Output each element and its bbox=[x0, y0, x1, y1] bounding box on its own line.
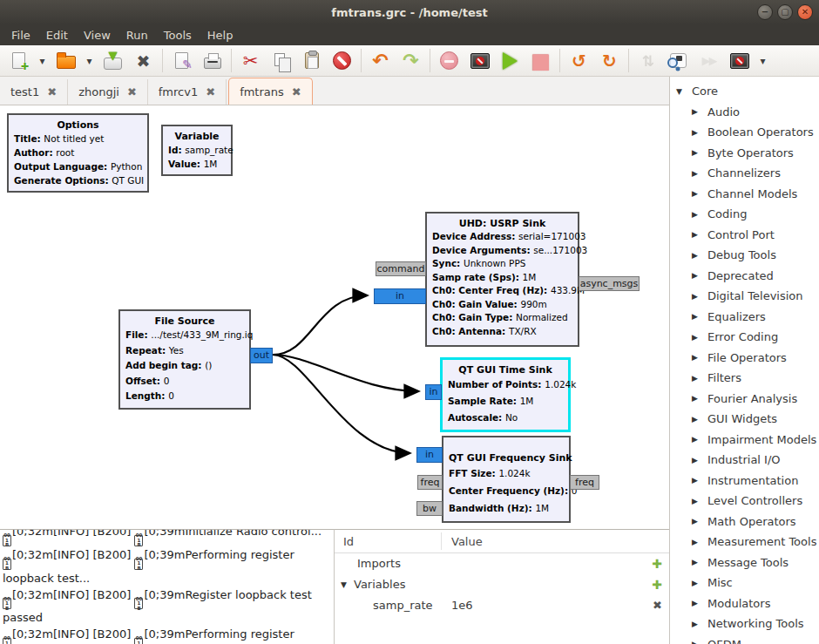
triangle-collapsed-icon[interactable]: ▶ bbox=[692, 579, 701, 587]
block-file-source[interactable]: File SourceFile: .../test/433_9M_ring.iq… bbox=[118, 309, 251, 410]
sidebar-item-instrumentation[interactable]: ▶Instrumentation bbox=[670, 471, 819, 491]
tab-test1[interactable]: test1✖ bbox=[0, 79, 68, 105]
sidebar-item-message-tools[interactable]: ▶Message Tools bbox=[670, 552, 819, 573]
sidebar-item-filters[interactable]: ▶Filters bbox=[670, 368, 819, 389]
port-in-left[interactable]: in bbox=[425, 384, 442, 400]
port-async_msgs-right[interactable]: async_msgs bbox=[579, 276, 640, 291]
print-button[interactable] bbox=[197, 47, 227, 75]
triangle-collapsed-icon[interactable]: ▶ bbox=[692, 128, 701, 137]
close-button[interactable]: ✕ bbox=[797, 4, 813, 20]
port-in-left[interactable]: in bbox=[374, 288, 426, 304]
sidebar-item-modulators[interactable]: ▶Modulators bbox=[670, 593, 819, 614]
find-block-button[interactable] bbox=[663, 47, 694, 75]
tab-zhongji[interactable]: zhongji✖ bbox=[68, 79, 148, 105]
sidebar-item-deprecated[interactable]: ▶Deprecated bbox=[670, 266, 819, 287]
tab-close-icon[interactable]: ✖ bbox=[292, 85, 301, 98]
sidebar-item-channelizers[interactable]: ▶Channelizers bbox=[670, 163, 819, 184]
port-freq-left[interactable]: freq bbox=[417, 475, 443, 490]
cut-button[interactable]: ✂ bbox=[235, 47, 266, 75]
menu-help[interactable]: Help bbox=[200, 27, 241, 44]
flowgraph-canvas[interactable]: OptionsTitle: Not titled yetAuthor: root… bbox=[0, 105, 669, 529]
close-flowgraph-button[interactable]: ✖ bbox=[128, 47, 159, 75]
sidebar-item-coding[interactable]: ▶Coding bbox=[670, 204, 819, 225]
sidebar-item-debug-tools[interactable]: ▶Debug Tools bbox=[670, 245, 819, 266]
screen-capture-button[interactable] bbox=[724, 47, 755, 75]
block-qt-gui-time-sink[interactable]: QT GUI Time SinkNumber of Points: 1.024k… bbox=[440, 357, 571, 432]
show-console-button[interactable] bbox=[464, 47, 495, 75]
connection-0[interactable] bbox=[273, 295, 368, 355]
triangle-collapsed-icon[interactable]: ▶ bbox=[692, 456, 701, 464]
execute-flowgraph-button[interactable] bbox=[495, 47, 525, 75]
add-icon[interactable]: ✚ bbox=[652, 574, 662, 595]
triangle-collapsed-icon[interactable]: ▶ bbox=[692, 599, 701, 607]
stop-flowgraph-button[interactable]: ■ bbox=[525, 47, 556, 75]
variable-row-imports[interactable]: Imports✚ bbox=[335, 553, 669, 574]
sidebar-item-networking-tools[interactable]: ▶Networking Tools bbox=[670, 613, 819, 634]
sidebar-item-audio[interactable]: ▶Audio bbox=[670, 102, 819, 123]
triangle-collapsed-icon[interactable]: ▶ bbox=[692, 210, 701, 219]
reload-blocks-button[interactable]: ↺ bbox=[564, 47, 594, 75]
title-bar[interactable]: fmtrans.grc - /home/test − ▢ ✕ bbox=[0, 0, 819, 24]
minimize-button[interactable]: − bbox=[757, 4, 773, 20]
connection-2[interactable] bbox=[273, 355, 410, 453]
triangle-collapsed-icon[interactable]: ▶ bbox=[692, 189, 701, 198]
add-icon[interactable]: ✚ bbox=[652, 553, 662, 574]
triangle-collapsed-icon[interactable]: ▶ bbox=[692, 292, 701, 301]
sidebar-item-control-port[interactable]: ▶Control Port bbox=[670, 225, 819, 246]
redo-button[interactable]: ↷ bbox=[396, 47, 426, 75]
triangle-collapsed-icon[interactable]: ▶ bbox=[692, 271, 701, 280]
sidebar-item-industrial-i-o[interactable]: ▶Industrial I/O bbox=[670, 450, 819, 471]
port-out-right[interactable]: out bbox=[250, 348, 273, 363]
toolbar-overflow-dropdown[interactable]: ▾ bbox=[755, 47, 771, 75]
block-options[interactable]: OptionsTitle: Not titled yetAuthor: root… bbox=[7, 113, 149, 193]
triangle-collapsed-icon[interactable]: ▶ bbox=[692, 538, 701, 546]
triangle-collapsed-icon[interactable]: ▶ bbox=[692, 558, 701, 566]
triangle-collapsed-icon[interactable]: ▶ bbox=[692, 435, 701, 444]
sidebar-item-equalizers[interactable]: ▶Equalizers bbox=[670, 307, 819, 328]
paste-button[interactable] bbox=[296, 47, 327, 75]
triangle-collapsed-icon[interactable]: ▶ bbox=[692, 169, 701, 178]
variables-panel[interactable]: Id Value Imports✚▼Variables✚samp_rate1e6… bbox=[335, 529, 669, 644]
tab-close-icon[interactable]: ✖ bbox=[206, 85, 215, 98]
sidebar-item-fourier-analysis[interactable]: ▶Fourier Analysis bbox=[670, 389, 819, 410]
triangle-collapsed-icon[interactable]: ▶ bbox=[692, 148, 701, 157]
triangle-expanded-icon[interactable]: ▼ bbox=[676, 87, 686, 96]
sidebar-item-core[interactable]: ▼Core bbox=[670, 81, 819, 102]
triangle-collapsed-icon[interactable]: ▶ bbox=[692, 107, 701, 116]
new-flowgraph-button[interactable] bbox=[3, 47, 34, 75]
block-uhd-usrp-sink[interactable]: UHD: USRP SinkDevice Address: serial=171… bbox=[425, 212, 579, 347]
triangle-collapsed-icon[interactable]: ▶ bbox=[692, 640, 701, 644]
menu-run[interactable]: Run bbox=[118, 27, 156, 44]
sidebar-item-misc[interactable]: ▶Misc bbox=[670, 573, 819, 593]
sidebar-item-file-operators[interactable]: ▶File Operators bbox=[670, 348, 819, 369]
remove-icon[interactable]: ✖ bbox=[653, 595, 662, 616]
undo-button[interactable]: ↶ bbox=[365, 47, 396, 75]
sidebar-item-measurement-tools[interactable]: ▶Measurement Tools bbox=[670, 532, 819, 552]
triangle-collapsed-icon[interactable]: ▶ bbox=[692, 497, 701, 505]
menu-edit[interactable]: Edit bbox=[38, 27, 76, 44]
restart-button[interactable]: ↻ bbox=[594, 47, 625, 75]
tab-close-icon[interactable]: ✖ bbox=[47, 85, 57, 98]
triangle-collapsed-icon[interactable]: ▶ bbox=[692, 230, 701, 239]
sidebar-item-boolean-operators[interactable]: ▶Boolean Operators bbox=[670, 122, 819, 143]
sidebar-item-byte-operators[interactable]: ▶Byte Operators bbox=[670, 143, 819, 164]
sidebar-item-impairment-models[interactable]: ▶Impairment Models bbox=[670, 430, 819, 451]
open-flowgraph-button[interactable] bbox=[51, 47, 81, 75]
save-flowgraph-button[interactable] bbox=[98, 47, 128, 75]
sidebar-item-ofdm[interactable]: ▶OFDM bbox=[670, 634, 819, 644]
maximize-button[interactable]: ▢ bbox=[777, 4, 793, 20]
tab-close-icon[interactable]: ✖ bbox=[127, 85, 137, 98]
tab-fmrcv1[interactable]: fmrcv1✖ bbox=[148, 79, 227, 105]
block-properties-button[interactable] bbox=[166, 47, 197, 75]
triangle-collapsed-icon[interactable]: ▶ bbox=[692, 251, 701, 260]
triangle-collapsed-icon[interactable]: ▶ bbox=[692, 312, 701, 321]
triangle-expanded-icon[interactable]: ▼ bbox=[341, 574, 347, 595]
menu-view[interactable]: View bbox=[76, 27, 118, 44]
triangle-collapsed-icon[interactable]: ▶ bbox=[692, 374, 701, 383]
port-in-left[interactable]: in bbox=[416, 447, 443, 463]
triangle-collapsed-icon[interactable]: ▶ bbox=[692, 620, 701, 628]
kill-flowgraph-button[interactable] bbox=[434, 47, 464, 75]
port-bw-left[interactable]: bw bbox=[416, 501, 443, 516]
triangle-collapsed-icon[interactable]: ▶ bbox=[692, 353, 701, 362]
triangle-collapsed-icon[interactable]: ▶ bbox=[692, 415, 701, 424]
